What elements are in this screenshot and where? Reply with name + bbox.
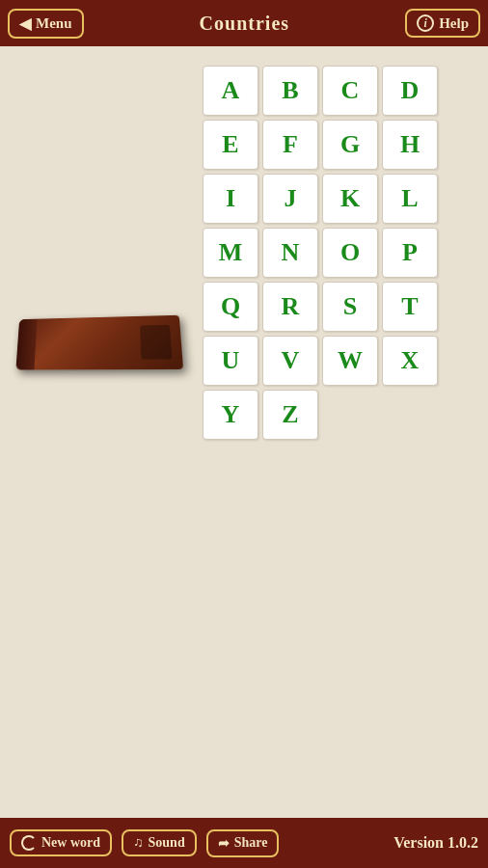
letter-cell-z[interactable]: Z: [262, 390, 318, 440]
letter-cell-d[interactable]: D: [382, 66, 438, 116]
refresh-icon: [21, 835, 37, 851]
help-button[interactable]: i Help: [405, 9, 480, 38]
share-label: Share: [234, 835, 268, 851]
letter-cell-n[interactable]: N: [262, 228, 318, 278]
help-label: Help: [439, 15, 469, 32]
letter-cell-g[interactable]: G: [322, 120, 378, 170]
letter-grid: ABCDEFGHIJKLMNOPQRSTUVWXYZ: [203, 66, 438, 440]
letter-cell-p[interactable]: P: [382, 228, 438, 278]
letter-cell-c[interactable]: C: [322, 66, 378, 116]
new-word-label: New word: [41, 835, 100, 851]
sound-label: Sound: [149, 835, 185, 851]
letter-cell-k[interactable]: K: [322, 174, 378, 224]
sound-button[interactable]: ♫ Sound: [122, 829, 197, 856]
letter-cell-h[interactable]: H: [382, 120, 438, 170]
letter-cell-m[interactable]: M: [203, 228, 258, 278]
letter-cell-w[interactable]: W: [322, 336, 378, 386]
puzzle-image: [14, 316, 183, 393]
letter-cell-e[interactable]: E: [203, 120, 258, 170]
main-content: ABCDEFGHIJKLMNOPQRSTUVWXYZ Search for th…: [0, 46, 488, 868]
letter-cell-u[interactable]: U: [203, 336, 258, 386]
footer: New word ♫ Sound ➦ Share Version 1.0.2: [0, 818, 488, 868]
letter-cell-q[interactable]: Q: [203, 282, 258, 332]
letter-cell-s[interactable]: S: [322, 282, 378, 332]
letter-cell-t[interactable]: T: [382, 282, 438, 332]
letter-cell-f[interactable]: F: [262, 120, 318, 170]
letter-cell-l[interactable]: L: [382, 174, 438, 224]
menu-label: Menu: [36, 15, 72, 32]
info-icon: i: [417, 14, 434, 32]
letter-cell-i[interactable]: I: [203, 174, 258, 224]
letter-cell-x[interactable]: X: [382, 336, 438, 386]
footer-buttons: New word ♫ Sound ➦ Share: [10, 829, 279, 857]
new-word-button[interactable]: New word: [10, 829, 112, 856]
letter-cell-b[interactable]: B: [262, 66, 318, 116]
menu-button[interactable]: ◀ Menu: [8, 9, 84, 39]
letter-cell-y[interactable]: Y: [203, 390, 258, 440]
page-title: Countries: [200, 13, 289, 35]
back-arrow-icon: ◀: [19, 14, 31, 33]
book-icon: [15, 315, 183, 370]
version-label: Version 1.0.2: [393, 834, 478, 852]
sound-icon: ♫: [133, 835, 144, 851]
letter-cell-o[interactable]: O: [322, 228, 378, 278]
letter-cell-r[interactable]: R: [262, 282, 318, 332]
header: ◀ Menu Countries i Help: [0, 0, 488, 46]
letter-cell-v[interactable]: V: [262, 336, 318, 386]
share-button[interactable]: ➦ Share: [206, 829, 280, 857]
letter-cell-a[interactable]: A: [203, 66, 258, 116]
share-icon: ➦: [218, 835, 230, 852]
letter-cell-j[interactable]: J: [262, 174, 318, 224]
